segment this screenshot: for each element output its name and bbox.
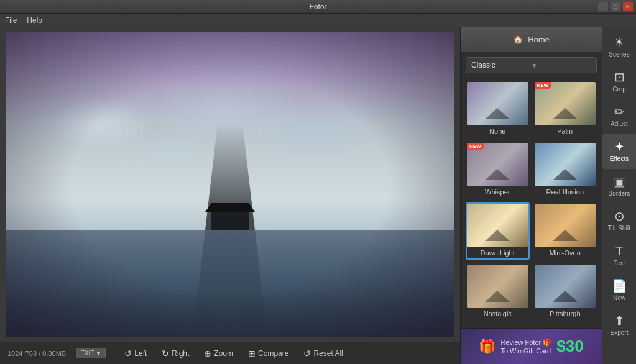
minimize-button[interactable]: – — [597, 2, 609, 12]
panel-content: Classic ▼ NoneNEW PalmNEW Whisper Real-I… — [461, 52, 602, 328]
reset-button[interactable]: ↺ Reset All — [297, 346, 349, 361]
text-label: Text — [614, 260, 625, 267]
right-panel: 🏠 Home Classic ▼ NoneNEW PalmNEW Whisper… — [460, 27, 602, 364]
effect-label-palm: Palm — [535, 125, 596, 137]
rotate-right-button[interactable]: ↻ Right — [155, 346, 195, 361]
effect-item-palm[interactable]: NEW Palm — [533, 81, 597, 138]
exif-button[interactable]: EXIF ▼ — [76, 348, 106, 358]
sidebar-icon-borders[interactable]: ▣ Borders — [602, 169, 637, 204]
effect-thumb-dawn-light — [467, 204, 528, 247]
image-container — [0, 27, 460, 342]
effect-item-pittsburgh[interactable]: Pittsburgh — [533, 263, 597, 321]
adjust-label: Adjust — [611, 121, 628, 128]
effect-label-whisper: Whisper — [467, 186, 528, 198]
maximize-button[interactable]: □ — [610, 2, 621, 12]
sidebar-icon-text[interactable]: T Text — [602, 239, 637, 273]
compare-icon: ⊞ — [248, 348, 256, 358]
thumb-inner — [535, 143, 596, 186]
effect-item-mini-oven[interactable]: Mini-Oven — [533, 202, 597, 260]
menu-bar: File Help — [0, 14, 636, 27]
effect-label-real-illusion: Real-Illusion — [535, 186, 596, 198]
new-label: New — [613, 294, 625, 302]
thumb-inner — [467, 82, 528, 125]
effect-label-mini-oven: Mini-Oven — [535, 247, 596, 258]
home-button[interactable]: 🏠 Home — [461, 27, 602, 52]
compare-button[interactable]: ⊞ Compare — [242, 346, 295, 361]
new-icon: 📄 — [612, 280, 627, 292]
thumb-inner — [535, 265, 596, 308]
zoom-icon: ⊕ — [204, 348, 211, 358]
menu-help[interactable]: Help — [27, 16, 42, 25]
home-label: Home — [528, 35, 550, 44]
thumb-inner — [467, 204, 528, 247]
effects-grid: NoneNEW PalmNEW Whisper Real-Illusion Da… — [461, 78, 602, 323]
file-info: 1024*768 / 0.30MB — [7, 350, 66, 357]
effect-thumb-real-illusion — [535, 143, 596, 186]
sidebar-icon-crop[interactable]: ⊡ Crop — [602, 65, 637, 99]
ad-text: Review Fotor 🎁 To Win Gift Card — [500, 339, 551, 355]
reset-icon: ↺ — [303, 348, 311, 358]
effect-label-dawn-light: Dawn Light — [467, 247, 528, 258]
ad-banner[interactable]: 🎁 Review Fotor 🎁 To Win Gift Card $30 — [461, 328, 602, 364]
sidebar-icon-export[interactable]: ⬆ Export — [602, 308, 637, 343]
thumb-inner — [535, 204, 596, 247]
menu-file[interactable]: File — [5, 16, 17, 25]
crop-label: Crop — [612, 86, 626, 93]
home-icon: 🏠 — [513, 35, 523, 44]
window-controls: – □ ✕ — [597, 2, 634, 12]
effect-thumb-pittsburgh — [535, 265, 596, 308]
sidebar-icon-new[interactable]: 📄 New — [602, 273, 637, 308]
effects-label: Effects — [610, 155, 629, 163]
title-bar: Fotor – □ ✕ — [0, 0, 636, 14]
rotate-right-icon: ↻ — [162, 348, 169, 358]
main-layout: 1024*768 / 0.30MB EXIF ▼ ↺ Left ↻ Right … — [0, 27, 636, 364]
export-icon: ⬆ — [614, 314, 625, 327]
effect-thumb-mini-oven — [535, 204, 596, 247]
export-label: Export — [611, 329, 629, 337]
crop-icon: ⊡ — [614, 71, 625, 83]
borders-label: Borders — [608, 190, 630, 198]
new-badge: NEW — [535, 82, 551, 89]
effect-thumb-nostalgic — [467, 265, 528, 308]
effect-label-none: None — [467, 125, 528, 137]
pier-overlay — [168, 124, 292, 337]
effect-item-nostalgic[interactable]: Nostalgic — [466, 263, 530, 321]
gift-icon: 🎁 — [479, 339, 495, 355]
scenes-icon: ☀ — [614, 36, 625, 48]
rotate-left-button[interactable]: ↺ Left — [118, 346, 153, 361]
category-dropdown[interactable]: Classic ▼ — [466, 57, 597, 73]
sidebar-icon-effects[interactable]: ✦ Effects — [602, 134, 637, 169]
adjust-icon: ✏ — [614, 106, 625, 118]
tilt-shift-label: Tilt-Shift — [608, 225, 630, 232]
sidebar-icon-tilt-shift[interactable]: ⊙ Tilt-Shift — [602, 204, 637, 239]
bottom-toolbar: 1024*768 / 0.30MB EXIF ▼ ↺ Left ↻ Right … — [0, 342, 460, 364]
close-button[interactable]: ✕ — [622, 2, 634, 12]
rotate-left-icon: ↺ — [124, 348, 132, 358]
right-sidebar: ☀ Scenes ⊡ Crop ✏ Adjust ✦ Effects ▣ Bor… — [602, 27, 636, 364]
effect-thumb-none — [467, 82, 528, 125]
effect-item-whisper[interactable]: NEW Whisper — [466, 142, 530, 199]
sidebar-icon-scenes[interactable]: ☀ Scenes — [602, 30, 637, 65]
sidebar-icon-adjust[interactable]: ✏ Adjust — [602, 99, 637, 134]
borders-icon: ▣ — [614, 175, 625, 188]
dropdown-value: Classic — [471, 61, 532, 70]
hut-silhouette — [211, 212, 249, 230]
effect-item-dawn-light[interactable]: Dawn Light — [466, 202, 530, 260]
effect-item-none[interactable]: None — [466, 81, 530, 138]
main-image — [6, 32, 454, 337]
dropdown-arrow: ▼ — [532, 62, 592, 69]
ad-price: $30 — [556, 337, 583, 356]
effect-label-pittsburgh: Pittsburgh — [535, 308, 596, 319]
app-title: Fotor — [309, 2, 326, 11]
canvas-area: 1024*768 / 0.30MB EXIF ▼ ↺ Left ↻ Right … — [0, 27, 460, 364]
intensity-row: Intensity — [461, 323, 602, 328]
image-background — [6, 32, 454, 337]
ad-line2: To Win Gift Card — [500, 347, 551, 355]
new-badge: NEW — [467, 143, 484, 150]
zoom-button[interactable]: ⊕ Zoom — [198, 346, 239, 361]
effect-label-nostalgic: Nostalgic — [467, 308, 528, 319]
effect-item-real-illusion[interactable]: Real-Illusion — [533, 142, 597, 199]
text-icon: T — [615, 245, 623, 257]
effects-icon: ✦ — [614, 140, 625, 153]
tilt-shift-icon: ⊙ — [614, 210, 625, 222]
